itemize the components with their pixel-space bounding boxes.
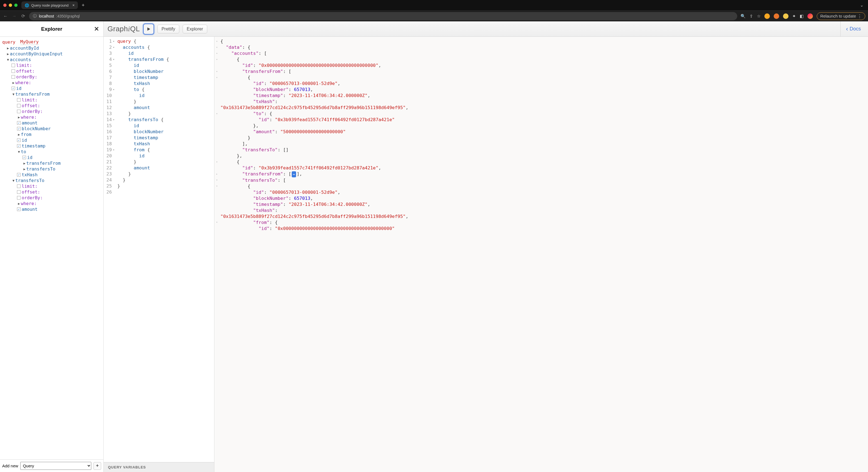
tree-item[interactable]: orderBy:	[2, 108, 102, 114]
checkbox[interactable]	[17, 121, 21, 125]
query-keyword: query	[2, 39, 16, 45]
checkbox[interactable]	[17, 208, 21, 211]
extension-icon-3[interactable]	[783, 13, 788, 19]
checkbox[interactable]	[17, 185, 21, 188]
tree-item[interactable]: offset:	[2, 189, 102, 195]
forward-icon[interactable]: →	[11, 14, 17, 19]
explorer-body[interactable]: query MyQuery ▶accountById▶accountByUniq…	[0, 37, 103, 460]
share-icon[interactable]: ⇪	[750, 14, 753, 19]
profile-avatar[interactable]	[807, 13, 813, 19]
query-editor[interactable]: 1▾2▾34▾56789▾1011121314▾1516171819▾20212…	[104, 37, 214, 462]
tree-item[interactable]: orderBy:	[2, 195, 102, 201]
tree-item[interactable]: amount	[2, 207, 102, 212]
tree-item[interactable]: timestamp	[2, 143, 102, 149]
tree-item[interactable]: ▶transfersTo	[2, 166, 102, 172]
tree-label: from	[21, 132, 32, 137]
extension-icon-1[interactable]	[764, 13, 770, 19]
extension-icon-2[interactable]	[774, 13, 779, 19]
tree-item[interactable]: ▶where:	[2, 80, 102, 86]
new-tab-button[interactable]: +	[80, 1, 87, 9]
reload-icon[interactable]: ⟳	[20, 13, 26, 19]
panel-icon[interactable]: ◧	[800, 14, 804, 19]
checkbox[interactable]	[17, 109, 21, 113]
tree-item[interactable]: ▶where:	[2, 201, 102, 207]
extensions-puzzle-icon[interactable]: ✦	[792, 14, 796, 19]
tree-label: limit:	[22, 97, 37, 102]
checkbox[interactable]	[17, 104, 21, 107]
tab-list-dropdown-icon[interactable]: ⌄	[858, 2, 866, 9]
bookmark-icon[interactable]: ☆	[757, 14, 761, 19]
tree-item[interactable]: id	[2, 137, 102, 143]
tree-label: offset:	[16, 68, 35, 74]
checkbox[interactable]	[17, 127, 21, 130]
tree-item[interactable]: orderBy:	[2, 74, 102, 80]
checkbox[interactable]	[17, 138, 21, 142]
query-variables-bar[interactable]: QUERY VARIABLES	[104, 462, 214, 472]
checkbox[interactable]	[11, 75, 15, 79]
checkbox[interactable]	[11, 64, 15, 67]
tree-item[interactable]: ▶transfersFrom	[2, 160, 102, 166]
checkbox[interactable]	[17, 144, 21, 148]
result-viewer[interactable]: ▾▾▾▾▾▾▾▾▸▾▾▾ { "data": { "accounts": [ {…	[214, 37, 868, 472]
tree-item[interactable]: limit:	[2, 62, 102, 68]
tree-label: transfersFrom	[26, 161, 61, 166]
minimize-window-icon[interactable]	[9, 4, 12, 7]
maximize-window-icon[interactable]	[14, 4, 18, 7]
tree-item[interactable]: txHash	[2, 172, 102, 178]
tree-item[interactable]: ▼transfersFrom	[2, 91, 102, 97]
tree-label: txHash	[22, 172, 37, 177]
caret-icon: ▶	[6, 46, 10, 50]
close-window-icon[interactable]	[3, 4, 7, 7]
close-tab-icon[interactable]: ×	[72, 3, 74, 7]
docs-label: Docs	[849, 26, 861, 32]
code-lines[interactable]: query { accounts { id transfersFrom { id…	[116, 37, 170, 462]
tree-item[interactable]: ▶accountById	[2, 45, 102, 51]
tree-item[interactable]: id	[2, 155, 102, 160]
tree-item[interactable]: limit:	[2, 183, 102, 189]
checkbox[interactable]	[17, 98, 21, 102]
checkbox[interactable]	[17, 196, 21, 199]
explorer-button[interactable]: Explorer	[183, 25, 207, 33]
zoom-icon[interactable]: 🔍	[741, 14, 746, 19]
checkbox[interactable]	[23, 156, 26, 159]
docs-button[interactable]: ‹ Docs	[840, 21, 864, 36]
line-gutter: 1▾2▾34▾56789▾1011121314▾1516171819▾20212…	[104, 37, 116, 462]
browser-tab[interactable]: 🌐 Query node playground ×	[21, 1, 78, 9]
relaunch-label: Relaunch to update	[820, 14, 856, 19]
tree-item[interactable]: ▶from	[2, 132, 102, 137]
tree-item[interactable]: ▼accounts	[2, 57, 102, 62]
expand-array-pill[interactable]: ↔	[292, 171, 296, 177]
tree-item[interactable]: ▶where:	[2, 114, 102, 120]
tree-item[interactable]: blockNumber	[2, 126, 102, 132]
tree-item[interactable]: offset:	[2, 103, 102, 108]
tree-item[interactable]: id	[2, 86, 102, 91]
address-bar: ← → ⟳ ⓘ localhost:4350/graphql 🔍 ⇪ ☆ ✦ ◧…	[0, 10, 868, 21]
execute-button[interactable]	[143, 24, 154, 35]
add-new-label: Add new	[2, 464, 18, 468]
checkbox[interactable]	[11, 69, 15, 73]
tree-label: where:	[21, 115, 37, 120]
tab-bar: 🌐 Query node playground × + ⌄	[0, 0, 868, 10]
operation-name-input[interactable]: MyQuery	[20, 39, 39, 45]
add-new-select[interactable]: Query	[20, 462, 91, 470]
back-icon[interactable]: ←	[3, 14, 8, 19]
tree-item[interactable]: limit:	[2, 97, 102, 103]
prettify-button[interactable]: Prettify	[157, 25, 179, 33]
relaunch-button[interactable]: Relaunch to update ⋮	[817, 12, 865, 20]
url-path: :4350/graphql	[56, 14, 80, 19]
tree-item[interactable]: ▶accountByUniqueInput	[2, 51, 102, 57]
add-new-button[interactable]: +	[93, 462, 101, 470]
close-explorer-icon[interactable]: ✕	[94, 26, 99, 33]
tree-item[interactable]: ▼to	[2, 149, 102, 155]
caret-icon: ▶	[17, 202, 21, 206]
tree-item[interactable]: offset:	[2, 68, 102, 74]
window-controls[interactable]	[2, 4, 20, 7]
url-input[interactable]: ⓘ localhost:4350/graphql	[29, 12, 737, 20]
tree-item[interactable]: amount	[2, 120, 102, 126]
checkbox[interactable]	[17, 173, 21, 177]
tree-label: id	[16, 86, 21, 91]
checkbox[interactable]	[17, 190, 21, 194]
checkbox[interactable]	[11, 87, 15, 90]
site-info-icon[interactable]: ⓘ	[33, 14, 37, 19]
tree-item[interactable]: ▼transfersTo	[2, 178, 102, 183]
